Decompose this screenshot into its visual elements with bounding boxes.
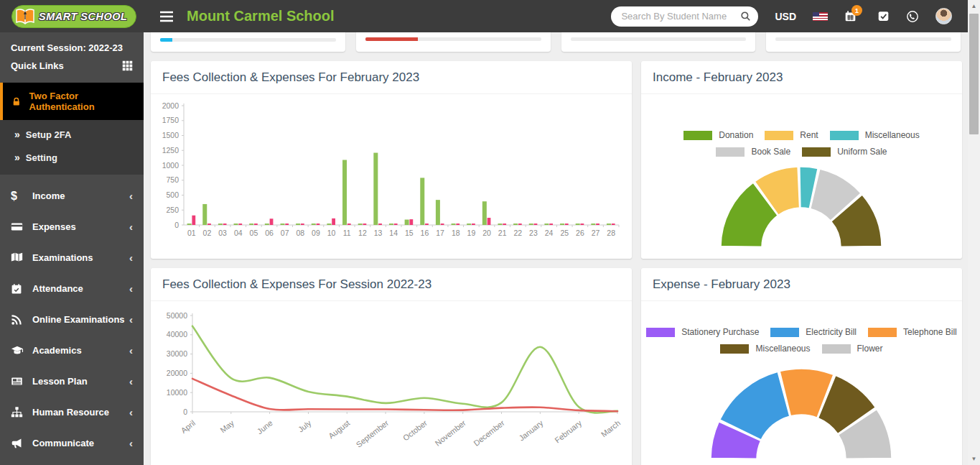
todo-button[interactable] bbox=[877, 10, 890, 22]
progress-bar bbox=[571, 37, 747, 41]
sidebar-subitem-setting[interactable]: Setting bbox=[0, 146, 144, 169]
menu-icon bbox=[159, 11, 174, 22]
sitemap-icon bbox=[11, 406, 32, 418]
credit-card-icon bbox=[11, 221, 32, 233]
legend-swatch bbox=[830, 131, 859, 140]
legend-item-donation[interactable]: Donation bbox=[683, 130, 753, 140]
main-content: FEES AWAITING PAYMENT3/44CONVERTED LEADS… bbox=[144, 0, 968, 465]
scrollbar-thumb[interactable] bbox=[969, 14, 979, 134]
search-button[interactable] bbox=[740, 11, 751, 22]
header-actions: USD 1 bbox=[611, 6, 968, 27]
whatsapp-button[interactable] bbox=[906, 10, 919, 23]
svg-text:28: 28 bbox=[607, 229, 615, 237]
legend-label: Uniform Sale bbox=[837, 147, 887, 157]
sidebar-item-examinations[interactable]: Examinations bbox=[0, 242, 144, 273]
student-search bbox=[611, 6, 758, 27]
legend-swatch bbox=[646, 328, 675, 337]
app-logo[interactable]: SMART SCHOOL bbox=[0, 0, 144, 32]
grid-icon bbox=[122, 60, 133, 71]
sidebar-item-human-resource[interactable]: Human Resource bbox=[0, 397, 144, 428]
svg-text:12: 12 bbox=[358, 229, 367, 237]
sidebar-item-label: Expenses bbox=[32, 221, 129, 232]
legend-item-electricity-bill[interactable]: Electricity Bill bbox=[770, 327, 857, 337]
whatsapp-icon bbox=[906, 10, 919, 23]
chevron-left-icon bbox=[129, 313, 133, 326]
legend-item-flower[interactable]: Flower bbox=[822, 344, 883, 354]
legend-item-rent[interactable]: Rent bbox=[765, 130, 818, 140]
svg-text:0: 0 bbox=[183, 408, 187, 416]
legend-row: Stationery PurchaseElectricity BillTelep… bbox=[641, 327, 962, 337]
progress-bar bbox=[160, 38, 336, 42]
legend-label: Rent bbox=[800, 130, 818, 140]
svg-text:16: 16 bbox=[421, 229, 429, 237]
scroll-down-arrow[interactable]: ▼ bbox=[968, 453, 980, 465]
sidebar-item-lesson-plan[interactable]: Lesson Plan bbox=[0, 366, 144, 397]
chevron-left-icon bbox=[129, 375, 133, 387]
scroll-up-arrow[interactable]: ▲ bbox=[968, 0, 980, 12]
map-book-icon bbox=[11, 252, 32, 264]
svg-text:500: 500 bbox=[166, 190, 179, 199]
legend-label: Stationery Purchase bbox=[681, 327, 759, 337]
sidebar-item-online-examinations[interactable]: Online Examinations bbox=[0, 304, 144, 335]
search-input[interactable] bbox=[621, 11, 740, 22]
svg-text:21: 21 bbox=[498, 229, 507, 237]
sidebar-item-income[interactable]: $Income bbox=[0, 180, 144, 211]
sidebar-item-two-factor-authentication[interactable]: Two Factor Authentication bbox=[0, 83, 144, 120]
lock-icon bbox=[11, 96, 22, 107]
legend-item-book-sale[interactable]: Book Sale bbox=[716, 147, 790, 157]
svg-text:01: 01 bbox=[187, 229, 196, 237]
legend-item-miscellaneous[interactable]: Miscellaneous bbox=[720, 344, 810, 354]
user-avatar[interactable] bbox=[935, 8, 952, 24]
svg-text:07: 07 bbox=[281, 229, 289, 237]
svg-text:20: 20 bbox=[482, 229, 491, 237]
legend-item-miscellaneous[interactable]: Miscellaneous bbox=[830, 130, 920, 140]
svg-text:1000: 1000 bbox=[162, 161, 179, 170]
svg-text:0: 0 bbox=[174, 221, 179, 229]
brand-name: SMART SCHOOL bbox=[39, 11, 127, 22]
svg-text:14: 14 bbox=[389, 229, 398, 237]
chevron-left-icon bbox=[129, 406, 133, 418]
sidebar-item-download-center[interactable]: Download Center bbox=[0, 459, 144, 465]
svg-text:10: 10 bbox=[327, 229, 336, 237]
sidebar-item-communicate[interactable]: Communicate bbox=[0, 428, 144, 459]
income-legend: DonationRentMiscellaneousBook SaleUnifor… bbox=[641, 130, 962, 157]
sidebar-item-academics[interactable]: Academics bbox=[0, 335, 144, 366]
chart-title: Expense - February 2023 bbox=[641, 268, 962, 301]
newspaper-icon bbox=[11, 375, 32, 387]
quick-links-button[interactable] bbox=[122, 60, 133, 71]
sidebar-item-label: Lesson Plan bbox=[32, 376, 129, 387]
svg-text:January: January bbox=[517, 418, 545, 443]
svg-text:250: 250 bbox=[166, 206, 179, 214]
legend-item-telephone-bill[interactable]: Telephone Bill bbox=[868, 327, 957, 337]
svg-text:1250: 1250 bbox=[162, 146, 179, 155]
double-angle-icon bbox=[14, 129, 20, 140]
chart-title: Fees Collection & Expenses For Session 2… bbox=[151, 268, 632, 301]
sidebar-subitem-setup-2fa[interactable]: Setup 2FA bbox=[0, 123, 144, 146]
legend-swatch bbox=[822, 344, 851, 354]
legend-swatch bbox=[716, 147, 745, 157]
sidebar-subitem-label: Setup 2FA bbox=[26, 129, 72, 140]
svg-text:27: 27 bbox=[592, 229, 600, 237]
svg-text:05: 05 bbox=[250, 229, 258, 237]
legend-item-stationery-purchase[interactable]: Stationery Purchase bbox=[646, 327, 759, 337]
legend-item-uniform-sale[interactable]: Uniform Sale bbox=[802, 147, 887, 157]
currency-selector[interactable]: USD bbox=[775, 11, 796, 22]
svg-text:24: 24 bbox=[545, 229, 554, 237]
sidebar-item-attendance[interactable]: Attendance bbox=[0, 273, 144, 304]
svg-text:17: 17 bbox=[436, 229, 444, 237]
calendar-button[interactable]: 1 bbox=[844, 10, 857, 22]
sidebar-item-label: Examinations bbox=[32, 252, 129, 263]
language-flag-us[interactable] bbox=[813, 12, 828, 21]
page-scrollbar[interactable]: ▲ ▼ bbox=[968, 0, 980, 465]
chevron-left-icon bbox=[129, 252, 133, 264]
svg-text:22: 22 bbox=[513, 229, 522, 237]
sidebar-toggle-button[interactable] bbox=[159, 11, 174, 22]
legend-row: Book SaleUniform Sale bbox=[641, 147, 962, 157]
svg-text:1750: 1750 bbox=[162, 116, 179, 124]
sidebar-item-label: Human Resource bbox=[32, 407, 129, 418]
chart-title: Fees Collection & Expenses For February … bbox=[151, 61, 632, 94]
progress-fill bbox=[160, 38, 172, 42]
svg-text:23: 23 bbox=[529, 229, 538, 237]
sidebar-item-expenses[interactable]: Expenses bbox=[0, 211, 144, 242]
double-angle-icon bbox=[14, 152, 20, 163]
